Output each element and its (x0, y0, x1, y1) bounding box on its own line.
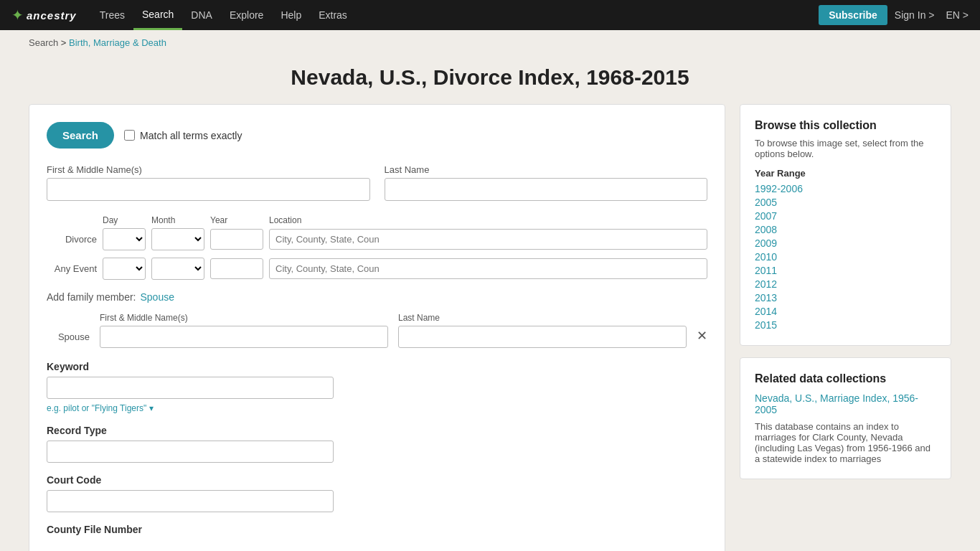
add-family-label: Add family member: (47, 291, 136, 303)
nav-help[interactable]: Help (272, 0, 310, 30)
county-file-section: County File Number (47, 524, 707, 535)
year-link-0[interactable]: 1992-2006 (755, 183, 936, 194)
year-link-10[interactable]: 2015 (755, 319, 936, 331)
spouse-remove-button[interactable]: ✕ (697, 328, 707, 348)
year-link-4[interactable]: 2009 (755, 237, 936, 249)
subscribe-button[interactable]: Subscribe (819, 5, 887, 25)
spouse-last-group: Last Name (398, 313, 687, 348)
year-links-list: 1992-2006 2005 2007 2008 2009 2010 2011 … (755, 183, 936, 331)
nav-bar: ✦ ancestry Trees Search DNA Explore Help… (0, 0, 980, 30)
lang-selector[interactable]: EN > (946, 9, 969, 21)
spouse-first-input[interactable] (100, 326, 388, 348)
search-button[interactable]: Search (47, 122, 114, 149)
browse-box: Browse this collection To browse this im… (740, 104, 951, 346)
breadcrumb-search[interactable]: Search (29, 37, 58, 48)
last-name-group: Last Name (385, 164, 708, 201)
court-code-section: Court Code (47, 474, 707, 512)
right-panel: Browse this collection To browse this im… (740, 104, 951, 479)
divorce-location-input[interactable] (269, 229, 707, 250)
nav-dna[interactable]: DNA (182, 0, 221, 30)
logo-icon: ✦ (11, 6, 24, 24)
breadcrumb: Search > Birth, Marriage & Death (0, 30, 980, 55)
search-panel: Search Match all terms exactly First & M… (29, 104, 725, 551)
keyword-section: Keyword e.g. pilot or "Flying Tigers" ▾ (47, 361, 707, 413)
month-header: Month (151, 215, 204, 225)
related-link[interactable]: Nevada, U.S., Marriage Index, 1956-2005 (755, 392, 936, 415)
logo-text: ancestry (27, 9, 77, 22)
year-link-8[interactable]: 2013 (755, 292, 936, 303)
year-header: Year (210, 215, 263, 225)
logo[interactable]: ✦ ancestry (11, 6, 77, 24)
page-title: Nevada, U.S., Divorce Index, 1968-2015 (0, 65, 980, 90)
divorce-day-select[interactable] (103, 228, 146, 250)
match-terms-text: Match all terms exactly (140, 130, 242, 141)
last-name-label: Last Name (385, 164, 708, 175)
court-code-input[interactable] (47, 490, 334, 512)
nav-trees[interactable]: Trees (91, 0, 133, 30)
nav-search[interactable]: Search (133, 0, 182, 30)
nav-extras[interactable]: Extras (310, 0, 356, 30)
signin-button[interactable]: Sign In > (895, 9, 935, 21)
divorce-year-input[interactable] (210, 229, 263, 250)
year-link-9[interactable]: 2014 (755, 306, 936, 317)
year-link-3[interactable]: 2008 (755, 224, 936, 235)
keyword-hint[interactable]: e.g. pilot or "Flying Tigers" ▾ (47, 403, 154, 413)
any-event-year-input[interactable] (210, 258, 263, 279)
browse-title: Browse this collection (755, 119, 936, 132)
spouse-first-label: First & Middle Name(s) (100, 313, 388, 323)
spouse-link[interactable]: Spouse (140, 291, 174, 303)
spouse-last-label: Last Name (398, 313, 687, 323)
nav-right: Subscribe Sign In > EN > (819, 5, 969, 25)
any-event-day-select[interactable] (103, 258, 146, 280)
year-link-7[interactable]: 2012 (755, 278, 936, 290)
year-link-1[interactable]: 2005 (755, 197, 936, 208)
divorce-label: Divorce (47, 234, 97, 245)
record-type-section: Record Type (47, 425, 707, 463)
search-top-row: Search Match all terms exactly (47, 122, 707, 149)
spouse-row: Spouse First & Middle Name(s) Last Name … (47, 313, 707, 348)
any-event-month-select[interactable] (151, 258, 204, 280)
divorce-month-select[interactable] (151, 228, 204, 250)
match-terms-checkbox[interactable] (124, 130, 135, 141)
year-range-label: Year Range (755, 168, 936, 179)
date-headers: Day Month Year Location (47, 215, 707, 225)
spouse-row-label: Spouse (47, 331, 90, 348)
court-code-label: Court Code (47, 474, 707, 486)
day-header: Day (103, 215, 146, 225)
any-event-location-input[interactable] (269, 258, 707, 279)
nav-explore[interactable]: Explore (221, 0, 272, 30)
divorce-event-row: Divorce (47, 228, 707, 250)
add-family-row: Add family member: Spouse (47, 291, 707, 303)
spouse-last-input[interactable] (398, 326, 687, 348)
breadcrumb-section[interactable]: Birth, Marriage & Death (69, 37, 166, 48)
related-title: Related data collections (755, 372, 936, 385)
spouse-first-group: First & Middle Name(s) (100, 313, 388, 348)
match-terms-label[interactable]: Match all terms exactly (124, 130, 242, 141)
year-link-5[interactable]: 2010 (755, 251, 936, 263)
any-event-row: Any Event (47, 258, 707, 280)
main-layout: Search Match all terms exactly First & M… (0, 104, 980, 551)
location-header: Location (269, 215, 707, 225)
name-fields-row: First & Middle Name(s) Last Name (47, 164, 707, 201)
year-link-6[interactable]: 2011 (755, 265, 936, 276)
breadcrumb-separator: > (61, 37, 69, 48)
related-box: Related data collections Nevada, U.S., M… (740, 357, 951, 479)
record-type-label: Record Type (47, 425, 707, 436)
record-type-input[interactable] (47, 441, 334, 463)
keyword-input[interactable] (47, 377, 334, 399)
county-file-label: County File Number (47, 524, 707, 535)
related-desc: This database contains an index to marri… (755, 421, 936, 464)
year-link-2[interactable]: 2007 (755, 210, 936, 222)
first-name-group: First & Middle Name(s) (47, 164, 370, 201)
first-name-input[interactable] (47, 178, 370, 201)
keyword-label: Keyword (47, 361, 707, 372)
any-event-label: Any Event (47, 263, 97, 274)
first-name-label: First & Middle Name(s) (47, 164, 370, 175)
browse-desc: To browse this image set, select from th… (755, 138, 936, 159)
last-name-input[interactable] (385, 178, 708, 201)
